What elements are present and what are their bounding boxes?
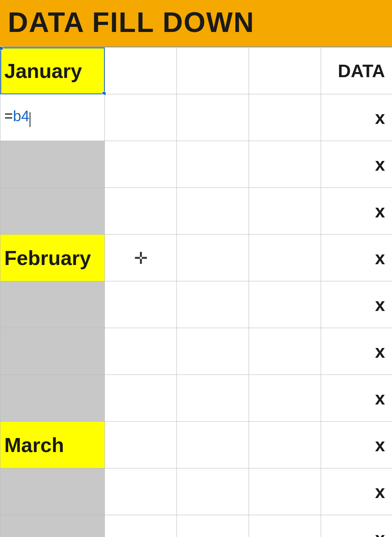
table-row: March x bbox=[0, 422, 392, 468]
cell-x: x bbox=[321, 375, 392, 422]
cell-gray bbox=[0, 515, 105, 537]
x-mark: x bbox=[375, 248, 385, 268]
title-bar: DATA FILL DOWN bbox=[0, 0, 392, 46]
cell-empty bbox=[105, 48, 177, 94]
move-cursor-icon: ✛ bbox=[134, 248, 148, 267]
cell-empty bbox=[177, 94, 249, 141]
february-label: February bbox=[4, 247, 91, 269]
march-label: March bbox=[4, 434, 64, 456]
cell-february[interactable]: February bbox=[0, 235, 105, 281]
spreadsheet-table: January DATA =b4 bbox=[0, 47, 392, 537]
cell-empty bbox=[105, 515, 177, 537]
cell-empty bbox=[249, 141, 321, 188]
cell-empty bbox=[249, 94, 321, 141]
cell-gray bbox=[0, 281, 105, 328]
cell-x: x bbox=[321, 515, 392, 537]
table-row: x bbox=[0, 375, 392, 422]
table-row: February ✛ x bbox=[0, 235, 392, 281]
cell-empty bbox=[249, 188, 321, 235]
x-mark: x bbox=[375, 388, 385, 408]
cell-empty bbox=[105, 94, 177, 141]
cell-empty bbox=[105, 188, 177, 235]
cell-gray bbox=[0, 328, 105, 375]
table-row: x bbox=[0, 188, 392, 235]
x-mark: x bbox=[375, 295, 385, 315]
cell-empty bbox=[177, 48, 249, 94]
cell-march[interactable]: March bbox=[0, 422, 105, 468]
page-title: DATA FILL DOWN bbox=[8, 7, 384, 38]
cell-empty bbox=[177, 281, 249, 328]
cell-empty bbox=[249, 281, 321, 328]
cell-empty bbox=[105, 281, 177, 328]
january-label: January bbox=[4, 60, 82, 82]
cell-x: x bbox=[321, 422, 392, 468]
cell-empty bbox=[249, 515, 321, 537]
cell-empty bbox=[177, 515, 249, 537]
x-mark: x bbox=[375, 108, 385, 128]
cell-x: x bbox=[321, 235, 392, 281]
formula-equals: = bbox=[4, 108, 13, 124]
cell-empty bbox=[105, 468, 177, 515]
cell-empty bbox=[177, 422, 249, 468]
cell-empty bbox=[177, 188, 249, 235]
cell-empty bbox=[177, 235, 249, 281]
cell-empty bbox=[249, 375, 321, 422]
cell-january[interactable]: January bbox=[0, 48, 105, 94]
cell-empty bbox=[177, 328, 249, 375]
grid-wrapper: January DATA =b4 bbox=[0, 46, 392, 537]
cell-empty bbox=[249, 48, 321, 94]
cell-x: x bbox=[321, 281, 392, 328]
table-row: x bbox=[0, 328, 392, 375]
x-mark: x bbox=[375, 435, 385, 455]
cell-empty bbox=[105, 422, 177, 468]
cell-x: x bbox=[321, 94, 392, 141]
cell-x: x bbox=[321, 188, 392, 235]
cell-empty bbox=[177, 468, 249, 515]
x-mark: x bbox=[375, 482, 385, 502]
table-row: x bbox=[0, 281, 392, 328]
cell-x: x bbox=[321, 328, 392, 375]
cell-empty bbox=[105, 328, 177, 375]
cell-gray bbox=[0, 375, 105, 422]
cell-empty bbox=[177, 375, 249, 422]
cell-empty bbox=[249, 328, 321, 375]
x-mark: x bbox=[375, 528, 385, 537]
cell-formula[interactable]: =b4 bbox=[0, 94, 105, 141]
table-row: x bbox=[0, 141, 392, 188]
formula-text: b4 bbox=[13, 108, 29, 124]
cell-empty bbox=[105, 141, 177, 188]
table-row: =b4 x bbox=[0, 94, 392, 141]
cell-empty bbox=[249, 235, 321, 281]
cell-empty bbox=[105, 375, 177, 422]
spreadsheet: DATA FILL DOWN January bbox=[0, 0, 392, 537]
data-header-label: DATA bbox=[338, 61, 385, 81]
x-mark: x bbox=[375, 201, 385, 221]
table-row: x bbox=[0, 515, 392, 537]
x-mark: x bbox=[375, 154, 385, 175]
cell-gray bbox=[0, 468, 105, 515]
x-mark: x bbox=[375, 341, 385, 362]
cell-x: x bbox=[321, 468, 392, 515]
cell-gray bbox=[0, 188, 105, 235]
cell-empty bbox=[249, 422, 321, 468]
formula-cursor bbox=[30, 112, 30, 127]
cell-empty bbox=[177, 141, 249, 188]
cell-gray bbox=[0, 141, 105, 188]
table-row: x bbox=[0, 468, 392, 515]
cell-data-header: DATA bbox=[321, 48, 392, 94]
cell-empty bbox=[249, 468, 321, 515]
table-row: January DATA bbox=[0, 48, 392, 94]
cell-x: x bbox=[321, 141, 392, 188]
cell-cursor: ✛ bbox=[105, 235, 177, 281]
